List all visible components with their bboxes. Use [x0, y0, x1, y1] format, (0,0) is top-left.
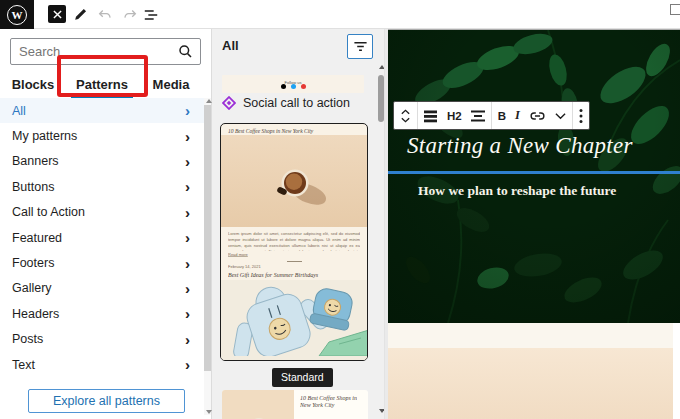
category-all[interactable]: All› [0, 98, 204, 123]
category-text[interactable]: Text› [0, 352, 204, 377]
social-icon-black [281, 84, 286, 89]
chevron-right-icon: › [185, 281, 190, 296]
preview-coffee-image [221, 135, 367, 227]
move-up-down-icon [400, 108, 411, 124]
search-icon [178, 44, 193, 59]
text-align-icon[interactable] [471, 109, 485, 123]
category-call-to-action[interactable]: Call to Action› [0, 200, 204, 225]
category-footers[interactable]: Footers› [0, 250, 204, 275]
editor-canvas: H2 B I Starting a New C [385, 29, 680, 419]
preview-hoodie-image [221, 280, 367, 360]
preview-post-title-2: Best Gift Ideas for Summer Birthdays [228, 271, 360, 279]
panel-heading: All [222, 38, 239, 53]
heading-tools-group: H2 [417, 102, 491, 129]
category-headers[interactable]: Headers› [0, 301, 204, 326]
category-my-patterns[interactable]: My patterns› [0, 123, 204, 148]
chevron-right-icon: › [185, 179, 190, 194]
undo-button[interactable] [97, 7, 113, 27]
search-input[interactable] [19, 39, 169, 64]
formatting-group: B I [491, 102, 572, 129]
preview-article-column: 10 Best Coffee Shops in New York City Lo… [294, 390, 368, 419]
chevron-right-icon: › [185, 256, 190, 271]
scroll-up-arrow-icon[interactable] [206, 99, 212, 103]
social-icon-youtube [301, 84, 306, 89]
social-icon-twitter [291, 84, 296, 89]
preview-post-title: 10 Best Coffee Shops in New York City [228, 128, 367, 134]
patterns-panel: All Follow us Social call to action 10 [212, 29, 385, 419]
chevron-right-icon: › [185, 357, 190, 372]
redo-button[interactable] [122, 7, 138, 27]
chevron-right-icon: › [185, 154, 190, 169]
scroll-up-arrow-icon[interactable] [379, 65, 385, 69]
wordpress-logo-button[interactable]: W [0, 0, 34, 29]
options-menu[interactable] [572, 102, 589, 129]
redo-icon [122, 7, 138, 23]
category-banners[interactable]: Banners› [0, 149, 204, 174]
explore-all-patterns-button[interactable]: Explore all patterns [28, 389, 185, 413]
close-inserter-button[interactable] [48, 5, 66, 23]
preview-coffee-image-small [222, 390, 294, 419]
pattern-preview-two-column[interactable]: 10 Best Coffee Shops in New York City Lo… [222, 390, 368, 419]
chevron-right-icon: › [185, 103, 190, 118]
canvas-right-gutter [673, 323, 680, 419]
pattern-source-icon [222, 96, 236, 110]
filter-icon [353, 39, 368, 54]
pattern-tooltip: Standard [272, 368, 333, 387]
panel-scrollbar-thumb[interactable] [378, 75, 384, 122]
block-toolbar: H2 B I [393, 101, 590, 130]
category-featured[interactable]: Featured› [0, 225, 204, 250]
scroll-down-arrow-icon[interactable] [206, 410, 212, 414]
heading-level-button[interactable]: H2 [447, 110, 462, 122]
pattern-category-list: All› My patterns› Banners› Buttons› Call… [0, 98, 204, 377]
scroll-down-arrow-icon[interactable] [379, 409, 385, 413]
sidebar-scrollbar-thumb[interactable] [204, 105, 211, 371]
pattern-search-box[interactable] [10, 38, 201, 65]
settings-icon[interactable] [670, 4, 680, 15]
italic-button[interactable]: I [515, 108, 520, 123]
post-heading-text[interactable]: Starting a New Chapter [407, 133, 633, 159]
pattern-preview-social[interactable]: Follow us [222, 75, 364, 93]
social-dots [222, 84, 364, 89]
chevron-down-icon[interactable] [555, 112, 566, 120]
block-insertion-indicator [388, 171, 680, 174]
category-gallery[interactable]: Gallery› [0, 276, 204, 301]
chevron-right-icon: › [185, 129, 190, 144]
tab-patterns[interactable]: Patterns [66, 73, 138, 95]
list-view-button[interactable] [143, 7, 159, 27]
preview-post-date: February 14, 2021 [228, 264, 360, 269]
close-icon [53, 10, 62, 19]
preview-read-more-link: Read more [228, 252, 360, 257]
category-posts[interactable]: Posts› [0, 327, 204, 352]
inserter-sidebar: Blocks Patterns Media All› My patterns› … [0, 29, 212, 419]
pattern-name-label: Social call to action [243, 96, 350, 110]
preview-separator [287, 261, 302, 262]
pencil-icon [72, 7, 88, 23]
cover-block-leaves-image[interactable] [388, 29, 680, 323]
chevron-right-icon: › [185, 306, 190, 321]
pattern-label-row: Social call to action [222, 95, 350, 111]
block-mover[interactable] [394, 102, 417, 129]
preview-excerpt-text: Lorem ipsum dolor sit amet, consectetur … [228, 231, 360, 251]
chevron-right-icon: › [185, 230, 190, 245]
content-white-section[interactable] [388, 323, 673, 348]
post-subtitle-text[interactable]: How we plan to reshape the future [418, 183, 616, 199]
content-beige-section[interactable] [388, 348, 673, 419]
preview-post-title: 10 Best Coffee Shops in New York City [300, 395, 363, 409]
chevron-right-icon: › [185, 332, 190, 347]
pattern-preview-standard[interactable]: 10 Best Coffee Shops in New York City Lo… [220, 123, 368, 361]
kebab-menu-icon [579, 108, 583, 124]
link-icon[interactable] [529, 109, 546, 123]
tab-media[interactable]: Media [138, 73, 204, 95]
edit-mode-button[interactable] [72, 7, 88, 27]
heading-block-icon[interactable] [424, 109, 438, 123]
wordpress-logo-icon: W [7, 5, 27, 25]
category-buttons[interactable]: Buttons› [0, 174, 204, 199]
list-view-icon [143, 7, 159, 23]
cover-vignette [388, 30, 680, 323]
undo-icon [97, 7, 113, 23]
chevron-right-icon: › [185, 205, 190, 220]
tab-blocks[interactable]: Blocks [0, 73, 66, 95]
filter-button[interactable] [347, 34, 373, 59]
wordpress-block-editor: W Blocks Patterns Media [0, 0, 680, 419]
bold-button[interactable]: B [498, 110, 506, 122]
